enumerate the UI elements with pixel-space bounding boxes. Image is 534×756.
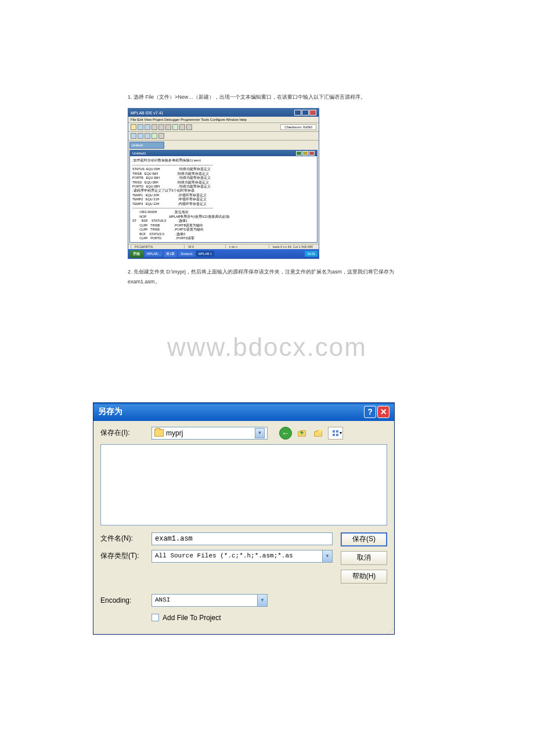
code-minimize-icon[interactable]	[296, 151, 302, 156]
taskbar-item[interactable]: MPLAB 1	[196, 251, 214, 257]
code-maximize-icon[interactable]	[302, 151, 308, 156]
start-button[interactable]: 开始	[129, 250, 143, 258]
minimize-icon[interactable]	[294, 110, 301, 116]
status-flags: z dc c	[225, 245, 241, 249]
status-device: PIC16F877A	[131, 245, 157, 249]
filetype-dropdown[interactable]: All Source Files (*.c;*.h;*.asm;*.as ▼	[151, 550, 333, 563]
file-list[interactable]	[100, 444, 387, 525]
chevron-down-icon[interactable]: ▼	[322, 550, 332, 562]
filename-input[interactable]	[151, 532, 333, 545]
filename-label: 文件名(N):	[100, 534, 145, 543]
system-tray[interactable]: 10:01	[305, 251, 317, 257]
folder-icon	[154, 429, 164, 437]
savein-label: 保存在(I):	[100, 428, 145, 438]
back-icon[interactable]: ←	[279, 427, 292, 440]
encoding-label: Encoding:	[100, 596, 145, 604]
status-wreg: W:0	[184, 245, 197, 249]
maximize-icon[interactable]	[302, 110, 309, 116]
svg-rect-3	[333, 434, 335, 436]
close-icon[interactable]	[309, 110, 316, 116]
resize-grip-icon[interactable]: ⋰	[93, 628, 394, 634]
help-icon[interactable]: ?	[364, 406, 376, 418]
make-icon[interactable]	[138, 133, 143, 139]
svg-point-0	[319, 429, 322, 432]
new-folder-icon[interactable]	[312, 427, 324, 440]
ide-window: MPLAB IDE v7.41 File Edit View Project D…	[128, 108, 319, 259]
save-icon[interactable]	[145, 124, 150, 130]
paste-icon[interactable]	[165, 124, 171, 130]
svg-rect-1	[333, 430, 335, 433]
taskbar: 开始 MPLAB... 第1章 Screen1 MPLAB 1 10:01	[128, 249, 319, 258]
ide-title: MPLAB IDE v7.41	[131, 111, 163, 115]
step1-text: 1. 选择 File（文件）>New…（新建），出现一个文本编辑窗口，在该窗口中…	[128, 93, 406, 101]
save-button[interactable]: 保存(S)	[341, 532, 387, 546]
ide-statusbar: PIC16F877A W:0 z dc c bank 0 Ln 44, Col …	[128, 244, 319, 249]
saveas-title: 另存为	[98, 406, 122, 417]
chevron-down-icon[interactable]: ▼	[257, 595, 267, 606]
chevron-down-icon[interactable]: ▼	[255, 428, 265, 438]
checksum-label: Checksum:	[284, 125, 302, 129]
help-button[interactable]: 帮助(H)	[341, 570, 387, 584]
watermark: www.bdocx.com	[0, 333, 534, 362]
svg-rect-2	[336, 430, 338, 433]
help-icon[interactable]	[186, 124, 192, 130]
folder-name: myprj	[166, 429, 183, 437]
code-close-icon[interactable]	[309, 151, 315, 156]
workspace-tab[interactable]: Untitled1	[129, 142, 164, 149]
ide-titlebar: MPLAB IDE v7.41	[128, 109, 319, 117]
code-window: Untitled1 ;软件延时自动计数实验参考程序(实验1).asm) ;---…	[129, 150, 317, 243]
code-editor[interactable]: ;软件延时自动计数实验参考程序(实验1).asm) ;-------------…	[130, 156, 317, 242]
new-file-icon[interactable]	[131, 124, 136, 130]
checksum-value: 0x0fcf	[303, 125, 312, 129]
find-icon[interactable]	[179, 124, 185, 130]
saveas-titlebar: 另存为 ? ✕	[93, 403, 394, 421]
ide-toolbar2	[128, 132, 319, 141]
run-icon[interactable]	[151, 133, 157, 139]
filetype-label: 保存类型(T):	[100, 551, 145, 561]
ide-toolbar: Checksum: 0x0fcf	[128, 123, 319, 132]
svg-rect-4	[336, 434, 338, 436]
taskbar-item[interactable]: Screen1	[178, 251, 195, 257]
stop-icon[interactable]	[158, 133, 164, 139]
copy-icon[interactable]	[158, 124, 164, 130]
print-icon[interactable]	[172, 124, 178, 130]
code-title: Untitled1	[132, 152, 146, 155]
close-icon[interactable]: ✕	[377, 406, 389, 418]
filetype-value: All Source Files (*.c;*.h;*.asm;*.as	[152, 550, 322, 562]
saveas-dialog: 另存为 ? ✕ 保存在(I): myprj ▼ ←	[93, 402, 395, 635]
status-cursor: bank 0 Ln 44, Col 1 INS WR	[269, 245, 316, 249]
project-icon[interactable]	[145, 133, 150, 139]
savein-dropdown[interactable]: myprj ▼	[151, 427, 268, 440]
taskbar-item[interactable]: 第1章	[164, 251, 177, 257]
open-icon[interactable]	[138, 124, 143, 130]
build-icon[interactable]	[131, 133, 136, 139]
up-folder-icon[interactable]	[295, 427, 308, 440]
cancel-button[interactable]: 取消	[341, 551, 387, 565]
encoding-dropdown[interactable]: ANSI ▼	[151, 594, 268, 607]
addfile-label: Add File To Project	[163, 614, 221, 622]
ide-menubar[interactable]: File Edit View Project Debugger Programm…	[128, 117, 319, 123]
step2-text: 2. 先创建文件夹 D:\myprj，然后将上面输入的源程序保存该文件夹，注意文…	[128, 267, 406, 286]
cut-icon[interactable]	[151, 124, 157, 130]
checksum-box: Checksum: 0x0fcf	[280, 124, 316, 130]
taskbar-item[interactable]: MPLAB...	[145, 251, 163, 257]
views-menu-icon[interactable]	[328, 427, 343, 440]
encoding-value: ANSI	[152, 595, 257, 606]
code-titlebar: Untitled1	[130, 150, 317, 156]
addfile-checkbox[interactable]	[151, 614, 159, 621]
